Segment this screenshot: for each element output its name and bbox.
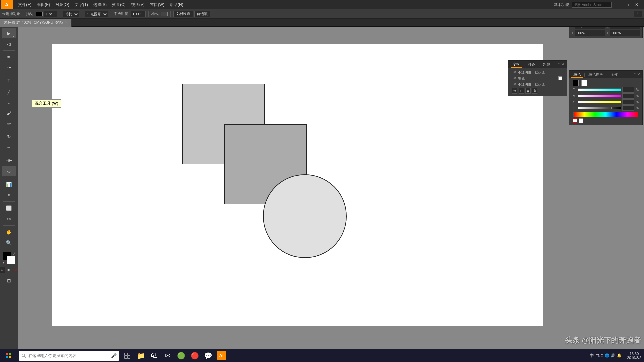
language-indicator[interactable]: ENG	[595, 354, 603, 358]
delete-item-button[interactable]: 🗑	[532, 88, 537, 94]
add-new-effect-button[interactable]: fx	[512, 88, 517, 94]
menu-file[interactable]: 文件(F)	[15, 0, 34, 9]
stroke-style-select[interactable]: 等比	[63, 11, 79, 17]
color-selector[interactable]: ↺ ⇄	[3, 252, 15, 264]
fill-swatch[interactable]	[573, 80, 579, 86]
stroke-swatch-cs[interactable]	[581, 80, 587, 86]
store-icon[interactable]: 🛍	[148, 349, 161, 362]
menu-effect[interactable]: 效果(C)	[109, 0, 128, 9]
wechat-icon[interactable]: 💬	[201, 349, 215, 362]
tab-color-guide[interactable]: 颜色参考	[586, 71, 605, 78]
black-slider[interactable]	[578, 107, 621, 109]
prefs-button[interactable]: 首选项	[194, 11, 210, 17]
start-button[interactable]	[0, 349, 17, 362]
color-spectrum[interactable]	[573, 112, 638, 117]
pencil-tool[interactable]: ✏	[2, 119, 16, 129]
opacity-input[interactable]	[131, 11, 146, 17]
menu-help[interactable]: 帮助(H)	[167, 0, 186, 9]
tab-align[interactable]: 对齐	[526, 61, 537, 68]
none-swatch[interactable]	[573, 118, 577, 123]
stock-search[interactable]	[572, 2, 612, 8]
magenta-input[interactable]: 0	[622, 93, 634, 99]
tab-appearance[interactable]: 外观	[541, 61, 552, 68]
ellipse-tool[interactable]: ○	[2, 97, 16, 107]
slice-tool[interactable]: ✂	[2, 214, 16, 224]
tab-transform[interactable]: 变换	[511, 61, 522, 68]
stroke-width-input[interactable]	[44, 11, 57, 17]
task-view-icon[interactable]	[121, 349, 134, 362]
taskbar-search-input[interactable]	[28, 353, 109, 358]
scale-input[interactable]	[610, 30, 640, 36]
stroke-color-swatch[interactable]	[36, 12, 43, 16]
tab-color[interactable]: 颜色	[571, 71, 583, 78]
fill-color-swatch[interactable]	[558, 76, 562, 80]
selection-tool[interactable]: ▶▸	[2, 28, 16, 38]
appearance-menu[interactable]: ≡	[558, 62, 560, 66]
visibility-toggle-1[interactable]: 👁	[513, 70, 517, 74]
none-mode-btn[interactable]: ⊘	[13, 267, 19, 273]
hand-tool[interactable]: ✋	[2, 227, 16, 237]
mirror-tool[interactable]: ↔	[2, 142, 16, 153]
width-tool[interactable]: ⊣⊢	[2, 156, 16, 166]
tracking-input[interactable]	[575, 30, 605, 36]
network-icon[interactable]: 🌐	[605, 353, 609, 358]
visibility-toggle-2[interactable]: 👁	[513, 76, 517, 80]
paintbrush-tool[interactable]: 🖌	[2, 108, 16, 118]
line-tool[interactable]: ╱	[2, 86, 16, 97]
doc-setup-button[interactable]: 文档设置	[173, 11, 193, 17]
curvature-tool[interactable]: 〜	[2, 63, 16, 73]
zoom-tool[interactable]: 🔍	[2, 238, 16, 248]
blend-tool[interactable]: ∞	[2, 166, 16, 176]
menu-window[interactable]: 窗口(W)	[147, 0, 167, 9]
file-explorer-icon[interactable]: 📁	[134, 349, 148, 362]
yellow-input[interactable]: 0	[622, 99, 634, 105]
menu-view[interactable]: 视图(V)	[128, 0, 147, 9]
black-input[interactable]: 20	[622, 105, 634, 111]
red-app-icon[interactable]: 🔴	[188, 349, 201, 362]
taskbar-search-box[interactable]: 🎤	[19, 351, 119, 361]
yellow-slider[interactable]	[578, 101, 621, 103]
green-app-icon[interactable]: 🟢	[174, 349, 188, 362]
ime-input-indicator[interactable]: 中	[590, 353, 594, 359]
direct-selection-tool[interactable]: ◁	[2, 39, 16, 49]
mic-icon[interactable]: 🎤	[111, 353, 117, 358]
reset-colors-icon[interactable]: ↺	[12, 252, 15, 255]
fill-mode-btn[interactable]: □	[0, 267, 5, 273]
minimize-button[interactable]: ─	[614, 1, 621, 8]
mail-icon[interactable]: ✉	[161, 349, 174, 362]
artboard-tool[interactable]: ⬜	[2, 203, 16, 213]
pen-tool[interactable]: ✒	[2, 52, 16, 62]
cyan-slider[interactable]	[578, 88, 621, 91]
menu-text[interactable]: 文字(T)	[72, 0, 91, 9]
maximize-button[interactable]: □	[624, 1, 631, 8]
corner-style-select[interactable]: 5 点圆形	[85, 11, 108, 17]
type-tool[interactable]: T	[2, 76, 16, 86]
tab-close-button[interactable]: ✕	[65, 21, 67, 24]
stroke-mode-btn[interactable]: ▣	[6, 267, 12, 273]
appearance-close[interactable]: ✕	[561, 62, 565, 67]
add-stroke-button[interactable]: ▣	[525, 88, 531, 94]
visibility-toggle-3[interactable]: 👁	[513, 82, 517, 86]
rotate-tool[interactable]: ↻	[2, 132, 16, 142]
tab-gradient[interactable]: 渐变	[609, 71, 620, 78]
symbol-sprayer-tool[interactable]: ✦	[2, 190, 16, 200]
change-screen-mode[interactable]: ⊞	[2, 276, 16, 286]
close-button[interactable]: ✕	[633, 1, 640, 8]
background-color[interactable]	[7, 256, 15, 264]
arrange-button[interactable]: ⋮	[634, 11, 642, 17]
swap-colors-icon[interactable]: ⇄	[3, 261, 6, 264]
color-panel-menu[interactable]: ≡	[634, 72, 636, 76]
menu-edit[interactable]: 编辑(E)	[34, 0, 53, 9]
ai-taskbar-icon[interactable]: Ai	[215, 349, 228, 362]
menu-select[interactable]: 选择(S)	[91, 0, 109, 9]
magenta-slider[interactable]	[578, 95, 621, 97]
notification-icon[interactable]: 🔔	[617, 353, 622, 358]
volume-icon[interactable]: 🔊	[611, 353, 615, 358]
circle-1[interactable]	[263, 174, 347, 258]
system-time[interactable]: 16:30 2019/3/2	[624, 352, 644, 360]
style-swatch[interactable]	[161, 12, 168, 16]
color-panel-close[interactable]: ✕	[637, 72, 640, 77]
document-tab[interactable]: 未标题-1* 400% (CMYK/GPU 预览) ✕	[0, 19, 72, 27]
white-swatch[interactable]	[579, 118, 583, 123]
menu-object[interactable]: 对象(O)	[53, 0, 72, 9]
